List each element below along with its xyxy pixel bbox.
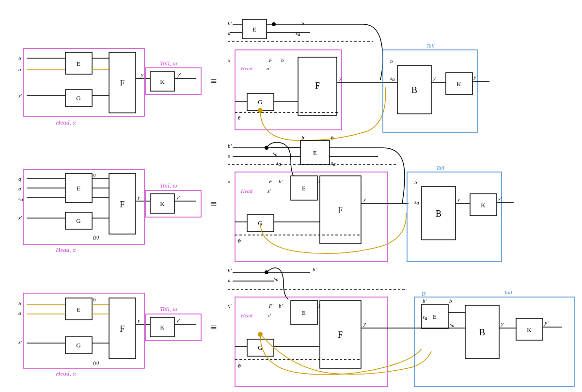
sprime-r3r: s' xyxy=(267,313,271,318)
f-label-r2r: F xyxy=(338,205,343,215)
g-label-r2l: G xyxy=(76,217,80,224)
g-label-r1l: G xyxy=(76,94,80,102)
xprime-r1l: x' xyxy=(18,93,22,98)
sprime-r2r: s' xyxy=(267,188,271,194)
main-container: E G F y K y' Head, α Tail, ω b' a x' ≡ b… xyxy=(0,0,582,392)
b-inner-r1r: b xyxy=(281,57,284,63)
yprime-r1r: y' xyxy=(473,74,478,80)
sa-r1r-mid: sa xyxy=(390,75,395,82)
sa-r2l: sa xyxy=(18,195,23,202)
y-r2l: y xyxy=(137,194,140,200)
yprime-r3l: y' xyxy=(176,317,180,323)
head-label-r1r: Head xyxy=(240,65,252,71)
sa-etail-r3r: sa xyxy=(423,314,427,321)
y-r3l: y xyxy=(137,317,140,323)
bprime-r3r-2: b' xyxy=(313,267,317,272)
qprime-r2l: q' xyxy=(18,176,23,182)
xprime-r3l: x' xyxy=(18,339,22,345)
y-from-b-r2r: y xyxy=(457,196,460,202)
bprime-inner-r2r: b' xyxy=(279,178,283,184)
a-r3r-top: a xyxy=(228,277,231,283)
a-r3l: a xyxy=(18,310,21,316)
bprime-e-r2r: b' xyxy=(301,135,306,141)
bprime-r3l: b' xyxy=(18,300,23,306)
y-r1r: y xyxy=(339,75,342,81)
y-label-r1l: y xyxy=(141,72,143,78)
q-r2l: q xyxy=(93,172,96,177)
a-r2r-top: a xyxy=(228,153,231,158)
head-label-r3r: Head xyxy=(240,313,252,318)
svg-point-17 xyxy=(272,22,276,26)
b-above-b-r2r: b xyxy=(414,179,417,185)
y-r2r: y xyxy=(363,196,366,202)
sa-right-r2r: sa xyxy=(331,160,336,167)
head-label-r3l: Head, α xyxy=(55,370,77,377)
bprime-r1r-top: b' xyxy=(228,20,232,26)
sa-r3r-left: sa xyxy=(274,275,279,282)
y-from-b-r3r: y xyxy=(501,321,503,327)
bprime-blue-r3r: B' xyxy=(422,291,426,297)
x-bottom-r3r: x̄\ xyxy=(237,363,241,369)
fprime-r3r: F' xyxy=(268,303,274,309)
xprime-r1r: x' xyxy=(227,57,232,63)
k-label-r3l: K xyxy=(160,324,165,331)
bprime-r2r-top: b' xyxy=(228,143,232,149)
e-label-r2r-top: E xyxy=(313,149,317,157)
yprime-r2r: y' xyxy=(498,195,502,201)
b-above-b-r1r: b xyxy=(390,58,393,64)
b-e-r2r: b xyxy=(331,135,334,141)
e-label-r1l: E xyxy=(77,60,80,67)
tail-label-r2l: Tail, ω xyxy=(160,182,177,189)
aprime-r1r: a' xyxy=(267,65,271,71)
k-label-r2r: K xyxy=(481,202,486,209)
b-box-r2r: B xyxy=(436,209,441,219)
sa-r1r-top: sa xyxy=(296,30,300,37)
y-from-b-r1r: y xyxy=(433,75,436,81)
tail-label-r3l: Tail, ω xyxy=(160,305,177,313)
g-label-r3l: G xyxy=(76,342,80,349)
e-label-r3l: E xyxy=(77,306,80,313)
f-label-r2l: F xyxy=(120,200,125,209)
tail-label-r1l: Tail, ω xyxy=(160,60,177,67)
b-r1r-top: b xyxy=(301,20,304,26)
equiv-r2: ≡ xyxy=(211,198,217,210)
y-r3r: y xyxy=(363,321,366,327)
e-inner-r2r: E xyxy=(302,185,306,192)
head-label-r1l: Head, α xyxy=(55,119,77,126)
sa-mid-r3r: sa xyxy=(450,321,455,328)
tail-label-r3r: Tail xyxy=(504,289,512,295)
bprime-inner-r3r: b' xyxy=(279,303,283,309)
head-label-r2l: Head, α xyxy=(55,246,77,253)
diagram-svg: E G F y K y' Head, α Tail, ω b' a x' ≡ b… xyxy=(0,0,582,392)
sa-b-r2r: sa xyxy=(414,199,419,205)
bprime-r1l: b' xyxy=(18,55,23,61)
fprime-r1r: F' xyxy=(268,57,274,63)
sa-r2r-left: sa xyxy=(273,150,278,157)
x-bottom-r1r: x̄ xyxy=(237,115,241,121)
k-label-r1l: K xyxy=(160,78,165,85)
a-r2l: a xyxy=(18,186,21,191)
fprime-r2r: F' xyxy=(268,178,274,184)
head-label-r2r: Head xyxy=(240,188,252,194)
tail-label-r2r: Tail xyxy=(436,165,444,171)
f-label-r1r: F xyxy=(315,81,320,91)
b-box-r3r: B xyxy=(479,328,485,337)
e-label-r1r-top: E xyxy=(252,26,256,33)
yprime-r3r: y' xyxy=(544,320,549,326)
a-r1r-top: a xyxy=(228,30,231,36)
xprime-r2r: x' xyxy=(227,178,232,184)
f-label-r3r: F xyxy=(338,330,343,340)
x-bottom-r2r: x̄\ xyxy=(237,238,241,244)
equiv-r1: ≡ xyxy=(211,75,217,87)
equiv-r3: ≡ xyxy=(211,321,217,333)
e-tail-r3r: E xyxy=(433,313,437,320)
yprime-r2l: y' xyxy=(176,194,180,200)
e-inner-r3r: E xyxy=(302,309,306,316)
b-r3l: b xyxy=(93,297,96,302)
k-label-r1r: K xyxy=(456,80,461,88)
f-label-r3l: F xyxy=(120,324,125,334)
xprime-r2l: x' xyxy=(18,215,22,220)
b-box-r1r: B xyxy=(411,85,417,95)
yprime-label-r1l: y' xyxy=(177,72,181,78)
tail-label-r1r: Tail xyxy=(426,43,435,48)
